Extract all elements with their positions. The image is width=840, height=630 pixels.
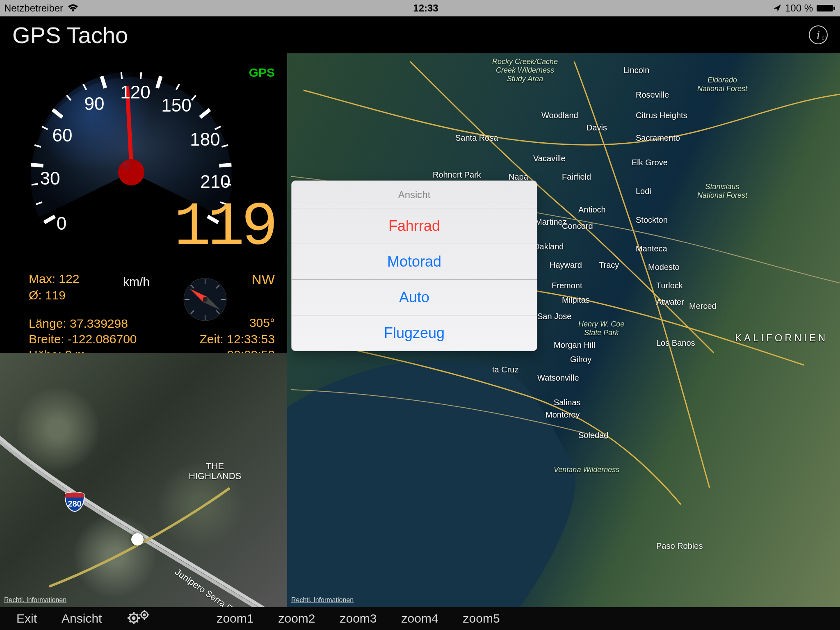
svg-line-56: [137, 621, 138, 622]
bottom-toolbar: Exit Ansicht zoom1 zoom2 zoom3 zoom4 zoo…: [0, 607, 840, 630]
action-sheet-item-flugzeug[interactable]: Flugzeug: [292, 315, 537, 351]
action-sheet-title: Ansicht: [292, 181, 537, 208]
zoom4-button[interactable]: zoom4: [402, 612, 438, 625]
svg-line-57: [130, 621, 131, 622]
battery-percent: 100 %: [785, 2, 813, 14]
action-sheet-item-fahrrad[interactable]: Fahrrad: [292, 208, 537, 244]
svg-line-55: [130, 614, 131, 615]
action-sheet-item-auto[interactable]: Auto: [292, 279, 537, 315]
svg-rect-0: [817, 5, 833, 11]
svg-rect-1: [833, 7, 835, 10]
settings-gears-icon[interactable]: [126, 609, 151, 628]
status-time: 12:33: [413, 2, 438, 14]
battery-icon: [816, 4, 836, 13]
action-sheet-ansicht: Ansicht FahrradMotoradAutoFlugzeug: [291, 180, 537, 351]
svg-point-50: [132, 617, 135, 619]
wifi-icon: [67, 4, 79, 13]
zoom5-button[interactable]: zoom5: [463, 612, 500, 625]
zoom2-button[interactable]: zoom2: [278, 612, 315, 625]
action-sheet-item-motorad[interactable]: Motorad: [292, 244, 537, 279]
location-services-icon: [773, 4, 782, 13]
zoom3-button[interactable]: zoom3: [340, 612, 377, 625]
zoom1-button[interactable]: zoom1: [217, 612, 253, 625]
svg-point-60: [144, 614, 145, 616]
status-bar: Netzbetreiber 12:33 100 %: [0, 0, 840, 16]
carrier-label: Netzbetreiber: [4, 2, 63, 14]
exit-button[interactable]: Exit: [16, 612, 37, 625]
ansicht-button[interactable]: Ansicht: [62, 612, 102, 625]
svg-line-58: [137, 614, 138, 615]
